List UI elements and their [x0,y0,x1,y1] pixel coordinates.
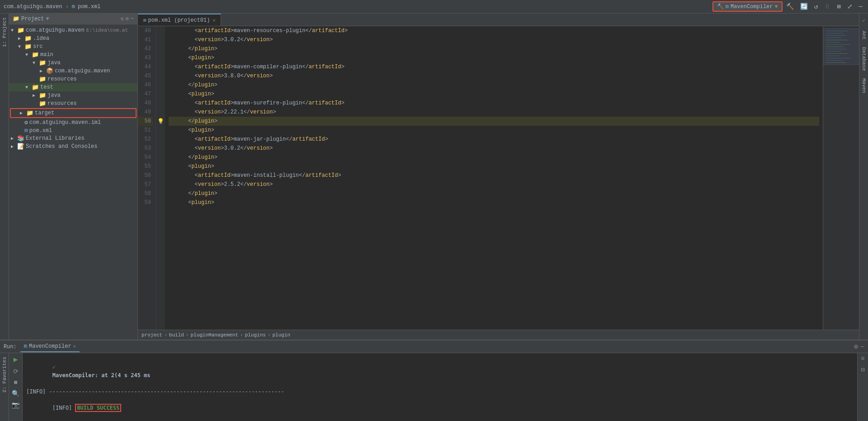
bottom-tab-mavencompiler[interactable]: m MavenCompiler ✕ [20,341,80,352]
line-num-49: 49 [138,108,153,117]
tree-item-root[interactable]: ▼ 📁 com.atguihgu.maven E:\idea\com.at [9,26,137,34]
tree-item-target[interactable]: ▶ 📁 target [11,109,136,117]
console-line-2: [INFO] BUILD SUCCESS [26,396,854,420]
settings-icon[interactable]: ⚙ [854,343,858,350]
sidebar-tab-project[interactable]: 1: Project [1,14,8,51]
folder-icon: 📁 [39,76,46,83]
rerun-icon[interactable]: ⟳ [13,368,19,375]
gutter-43 [156,53,165,62]
build-info: MavenCompiler: at 2(4 s 245 ms [52,372,151,378]
breadcrumb-file: pom.xml [78,4,100,10]
minimize-panel-icon[interactable]: ─ [861,343,864,350]
gutter-55 [156,162,165,171]
gutter-50: 💡 [156,117,165,126]
right-tab-ant[interactable]: Ant [860,27,868,43]
favorites-tab[interactable]: 2: Favorites [1,353,8,396]
build-success-label: BUILD SUCCESS [77,405,119,411]
tree-item-java[interactable]: ▼ 📁 java [9,59,137,67]
sync2-icon[interactable]: ↺ [812,2,820,11]
info-prefix: [INFO] [52,405,75,411]
line-num-45: 45 [138,71,153,80]
code-line-48: <artifactId>maven-surefire-plugin</artif… [169,99,819,108]
expand-icon[interactable]: ⤢ [845,2,854,11]
tree-item-ext-libs[interactable]: ▶ 📚 External Libraries [9,134,137,142]
dropdown-icon[interactable]: ▼ [46,16,49,22]
arrow-icon: ▶ [18,36,24,41]
breadcrumb-sep-1: › [66,4,69,10]
arrow-icon: ▶ [11,144,16,149]
tree-item-package[interactable]: ▶ 📦 com.atguigu.maven [9,67,137,75]
tree-item-java2[interactable]: ▶ 📁 java [9,91,137,99]
gutter-42 [156,44,165,53]
line-num-47: 47 [138,90,153,99]
pause-icon: ⏸ [822,2,832,11]
tree-item-resources2[interactable]: ▶ 📁 resources [9,99,137,108]
gutter-58 [156,189,165,198]
right-tab-database[interactable]: Database [860,43,868,75]
editor-tab-pom[interactable]: m pom.xml (project01) ✕ [138,14,221,26]
build-success-text: BUILD SUCCESS [75,404,121,412]
main-content: 1: Project 📁 Project ▼ ⇅ ⚙ ─ ▼ 📁 com.atg… [0,14,868,340]
tree-label: resources [47,100,77,107]
tree-item-test[interactable]: ▼ 📁 test [9,83,137,91]
tree-item-pom[interactable]: ▶ m pom.xml [9,127,137,134]
wrap-icon[interactable]: ≡ [861,355,864,362]
tree-item-src[interactable]: ▼ 📁 src [9,43,137,51]
code-content[interactable]: <artifactId>maven-resources-plugin</arti… [165,26,823,330]
arrow-icon: ▼ [33,61,38,66]
tab-close-icon[interactable]: ✕ [73,344,76,349]
folder-icon: 📁 [39,100,46,107]
layout-icon[interactable]: ⊞ [835,2,842,11]
tree-item-idea[interactable]: ▶ 📁 .idea [9,34,137,43]
stop-icon[interactable]: ■ [14,379,17,386]
gutter-44 [156,62,165,71]
right-tab-maven[interactable]: Maven [860,75,868,97]
panel-action-gear[interactable]: ⚙ [126,15,129,22]
left-sidebar-tabs: 1: Project [0,14,9,340]
tree-item-iml[interactable]: ▶ ⚙ com.atguingu.maven.iml [9,118,137,127]
sync-icon[interactable]: 🔄 [798,2,810,11]
panel-action-minus[interactable]: ─ [131,15,134,22]
tab-close-btn[interactable]: ✕ [212,18,215,23]
code-line-45: <version>3.8.0</version> [169,71,819,80]
align-icon[interactable]: ⊟ [861,366,864,374]
bottom-left-tabs: 2: Favorites [0,353,9,421]
tree-item-main[interactable]: ▼ 📁 main [9,51,137,59]
dropdown-arrow-icon[interactable]: ▼ [775,4,778,10]
minimize-icon[interactable]: ─ [857,2,864,11]
run-label: Run: [4,344,17,350]
code-line-51: <plugin> [169,126,819,135]
tab-bar: m pom.xml (project01) ✕ [138,14,859,26]
arrow-icon: ▼ [25,85,31,90]
build-check: ✓ [52,364,59,370]
mini-map [823,26,859,330]
check-icon: ✓ [862,17,865,24]
run-icon[interactable]: ▶ [14,355,18,364]
panel-action-sync[interactable]: ⇅ [120,15,123,22]
gutter-47 [156,90,165,99]
camera-icon[interactable]: 📷 [12,401,19,409]
code-editor: 40 41 42 43 44 45 46 47 48 49 50 51 52 5… [138,26,859,330]
code-line-57: <version>2.5.2</version> [169,180,819,189]
tab-label: MavenCompiler [29,343,71,350]
gutter-59 [156,198,165,207]
code-line-58: </plugin> [169,189,819,198]
bottom-panel-content: 2: Favorites ▶ ⟳ ■ 🔍 📷 ✓ MavenCompiler: … [0,353,868,421]
folder-icon: 📁 [24,35,32,42]
run-toolbar: ▶ ⟳ ■ 🔍 📷 [9,353,23,421]
search-icon[interactable]: 🔍 [12,390,19,397]
gutter-54 [156,153,165,162]
tree-item-scratches[interactable]: ▶ 📝 Scratches and Consoles [9,142,137,151]
maven-compiler-button[interactable]: 🔨 m MavenCompiler ▼ [712,1,783,12]
build-icon[interactable]: 🔨 [784,2,796,11]
hammer-icon: 🔨 [717,3,724,10]
project-panel-title: 📁 Project ▼ [13,15,49,22]
tab-xml-icon: m [143,18,146,23]
gutter-45 [156,71,165,80]
tree-label: resources [47,76,77,82]
folder-icon: 📁 [32,84,39,91]
tree-item-resources[interactable]: ▶ 📁 resources [9,75,137,83]
breadcrumb-file-m: m [72,4,75,10]
gutter-area: 💡 [156,26,165,330]
tree-label: pom.xml [29,128,52,134]
